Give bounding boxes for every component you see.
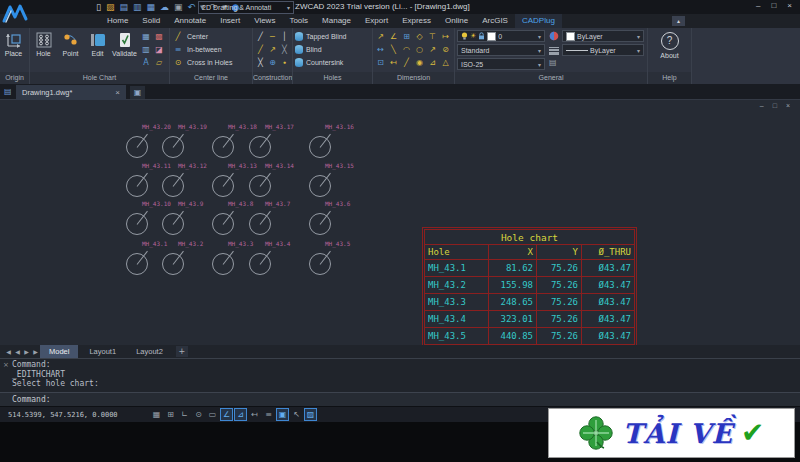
center-line-item-0[interactable]: ╱Center [172, 30, 233, 43]
eraser-icon[interactable]: ◪ [153, 44, 165, 56]
osnap-tracking-icon[interactable]: ∠ [220, 408, 233, 421]
menu-tab-solid[interactable]: Solid [135, 14, 167, 28]
cross-line-icon[interactable]: ╳ [255, 57, 267, 69]
dim-mark-icon[interactable]: ◉ [414, 57, 426, 69]
hole-chart-row[interactable]: MH_43.2155.9875.26Ø43.47 [425, 277, 635, 294]
plot-preview-icon[interactable]: ▣ [174, 2, 183, 12]
update-chart-icon[interactable]: ▥ [140, 44, 152, 56]
dim-tolerance-icon[interactable]: △ [440, 57, 452, 69]
dim-arc-icon[interactable]: ◠ [401, 44, 413, 56]
plot-style-icon[interactable]: ▤ [549, 58, 557, 67]
dim-continue-icon[interactable]: ↦ [440, 31, 452, 43]
object-snap-icon[interactable]: ▭ [206, 408, 219, 421]
dim-ordinate-icon[interactable]: ⊤ [427, 31, 439, 43]
holes-item-2[interactable]: Countersink [295, 56, 346, 69]
close-button[interactable]: × [787, 1, 792, 10]
menu-tab-tools[interactable]: Tools [282, 14, 315, 28]
menu-tab-annotate[interactable]: Annotate [167, 14, 213, 28]
dynamic-input-icon[interactable]: ⊿ [234, 408, 247, 421]
command-close-icon[interactable]: × [3, 361, 9, 369]
hole-chart-row[interactable]: MH_43.4323.0175.26Ø43.47 [425, 311, 635, 328]
save-as-icon[interactable]: ▥ [133, 2, 142, 12]
document-tab[interactable]: Drawing1.dwg* × [16, 85, 126, 100]
bisect-icon[interactable]: ╳ [279, 44, 291, 56]
delete-chart-icon[interactable]: ▩ [153, 31, 165, 43]
dim-oblique-icon[interactable]: ╲ [388, 44, 400, 56]
menu-tab-views[interactable]: Views [247, 14, 282, 28]
hline-icon[interactable]: ─ [267, 31, 279, 43]
dim-aligned-icon[interactable]: ↗ [375, 31, 387, 43]
save-icon[interactable]: ▤ [119, 2, 128, 12]
drawing-canvas[interactable]: – □ × MH_43.20MH_43.19MH_43.18MH_43.17MH… [0, 100, 800, 345]
validate-button[interactable]: Validate [111, 30, 138, 57]
layout-tab-model[interactable]: Model [40, 345, 78, 358]
center-line-item-2[interactable]: ⊙Cross in Holes [172, 56, 233, 69]
dim-quick-icon[interactable]: ⊡ [375, 57, 387, 69]
angle-line-icon[interactable]: ↗ [267, 44, 279, 56]
open-folder-icon[interactable]: ▨ [106, 2, 115, 12]
color-dropdown[interactable]: ByLayer ▾ [562, 30, 644, 42]
ray-icon[interactable]: ╱ [255, 44, 267, 56]
restore-button[interactable]: □ [771, 1, 776, 10]
place-button[interactable]: Place [0, 30, 27, 57]
dim-center-icon[interactable]: ○ [414, 44, 426, 56]
layout-tab-layout2[interactable]: Layout2 [127, 345, 172, 358]
template-icon[interactable]: ▱ [153, 57, 165, 69]
center-line-item-1[interactable]: ≡In-between [172, 43, 233, 56]
add-layout-icon[interactable]: + [176, 346, 188, 357]
polar-tracking-icon[interactable]: ⊙ [192, 408, 205, 421]
edit-button[interactable]: Edit [84, 30, 111, 57]
color-sphere-icon[interactable] [549, 31, 559, 41]
next-tab-icon[interactable]: ▶ [22, 348, 31, 355]
command-input[interactable]: Command: [0, 392, 800, 406]
lineweight-display-icon[interactable]: ↤ [248, 408, 261, 421]
hole-chart-row[interactable]: MH_43.5440.8575.26Ø43.47 [425, 328, 635, 345]
new-file-icon[interactable]: ▯ [96, 2, 101, 12]
menu-tab-cadplug[interactable]: CADPlug [515, 14, 562, 28]
text-style-dropdown[interactable]: Standard ▾ [457, 44, 545, 56]
dim-style-dropdown[interactable]: ISO-25 ▾ [457, 58, 545, 70]
grid-icon[interactable]: ▦ [150, 408, 163, 421]
menu-tab-home[interactable]: Home [100, 14, 135, 28]
menu-tab-arcgis[interactable]: ArcGIS [475, 14, 515, 28]
close-tab-icon[interactable]: × [115, 88, 120, 97]
holes-item-0[interactable]: Tapped Blind [295, 30, 346, 43]
dim-linear-icon[interactable]: ↔ [375, 44, 387, 56]
doc-minimize-button[interactable]: – [760, 102, 764, 109]
snap-icon[interactable]: ⊞ [164, 408, 177, 421]
print-icon[interactable]: ▦ [147, 2, 156, 12]
dim-baseline-icon[interactable]: ⊞ [401, 31, 413, 43]
transparency-icon[interactable]: ≡ [262, 408, 275, 421]
dim-diameter-icon[interactable]: ⊘ [440, 44, 452, 56]
first-tab-icon[interactable]: ◀ [4, 348, 13, 355]
quick-properties-icon[interactable]: ↖ [290, 408, 303, 421]
xline-icon[interactable]: ╱ [255, 31, 267, 43]
about-button[interactable]: ? About [648, 32, 691, 59]
menu-tab-manage[interactable]: Manage [315, 14, 358, 28]
doc-restore-button[interactable]: □ [773, 102, 777, 109]
dim-leader-icon[interactable]: ↗ [427, 44, 439, 56]
publish-icon[interactable]: ☁ [160, 2, 169, 12]
point-marker-icon[interactable]: ∙ [279, 57, 291, 69]
offset-icon[interactable]: ⊕ [267, 57, 279, 69]
layer-dropdown[interactable]: ☀ 0 ▾ [457, 30, 545, 42]
new-drawing-tab-icon[interactable]: ▣ [130, 86, 145, 99]
last-tab-icon[interactable]: ▶ [31, 348, 40, 355]
ribbon-toggle-icon[interactable]: ▴ [672, 16, 685, 26]
hole-chart-row[interactable]: MH_43.3248.6575.26Ø43.47 [425, 294, 635, 311]
doc-close-button[interactable]: × [786, 102, 790, 109]
workspace-dropdown[interactable]: 2D Drafting & Annotati ▾ [198, 1, 294, 14]
menu-tab-online[interactable]: Online [438, 14, 475, 28]
layout-tab-layout1[interactable]: Layout1 [80, 345, 125, 358]
menu-tab-insert[interactable]: Insert [213, 14, 247, 28]
hole-button[interactable]: Hole [30, 30, 57, 57]
dim-diamond-icon[interactable]: ◇ [414, 31, 426, 43]
linetype-dropdown[interactable]: ByLayer ▾ [562, 44, 644, 56]
download-watermark[interactable]: TẢI VỀ ✔ [548, 408, 795, 458]
lineweight-rows-icon[interactable] [549, 45, 559, 55]
point-button[interactable]: Point [57, 30, 84, 57]
menu-tab-express[interactable]: Express [395, 14, 438, 28]
menu-tab-export[interactable]: Export [358, 14, 395, 28]
dim-triangle-icon[interactable]: ⊿ [427, 57, 439, 69]
minimize-button[interactable]: – [756, 1, 760, 10]
